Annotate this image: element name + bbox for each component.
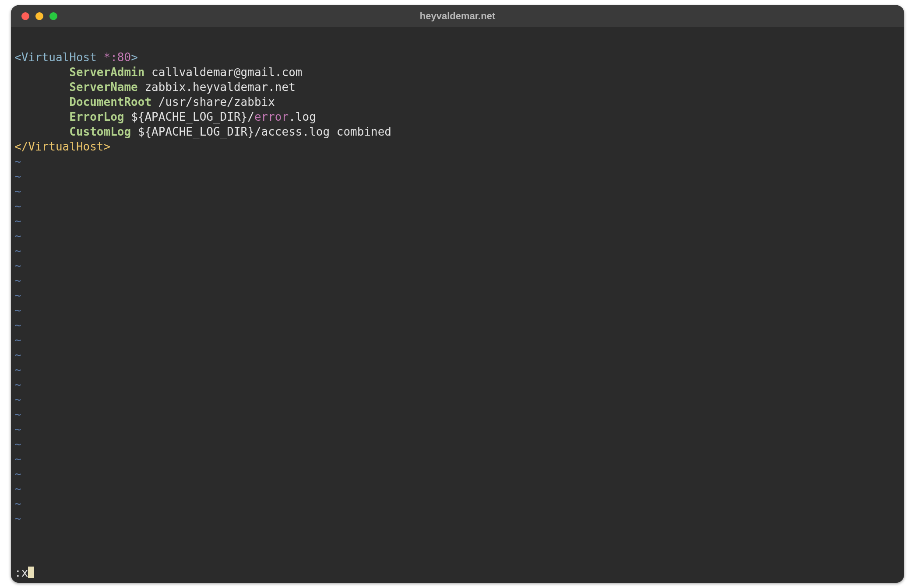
code-token: / <box>247 110 254 123</box>
maximize-icon[interactable] <box>49 12 57 20</box>
tilde-line: ~ <box>14 184 901 199</box>
tilde-line: ~ <box>14 258 901 273</box>
tilde-line: ~ <box>14 318 901 332</box>
tilde-line: ~ <box>14 481 901 496</box>
code-token: /access.log combined <box>254 125 391 138</box>
code-token <box>14 66 69 79</box>
tilde-line: ~ <box>14 154 901 169</box>
tilde-line: ~ <box>14 332 901 347</box>
code-token: .log <box>289 110 316 123</box>
editor-empty-lines: ~~~~~~~~~~~~~~~~~~~~~~~~~ <box>14 154 901 565</box>
code-token: > <box>131 51 138 64</box>
tilde-line: ~ <box>14 392 901 407</box>
code-token <box>14 110 69 123</box>
tilde-line: ~ <box>14 496 901 511</box>
tilde-line: ~ <box>14 347 901 362</box>
tilde-line: ~ <box>14 422 901 437</box>
code-token: error <box>254 110 289 123</box>
tilde-line: ~ <box>14 169 901 184</box>
tilde-line: ~ <box>14 511 901 526</box>
command-text: x <box>21 566 28 579</box>
terminal-body[interactable]: <VirtualHost *:80> ServerAdmin callvalde… <box>11 27 904 583</box>
code-token: zabbix.heyvaldemar.net <box>144 80 295 94</box>
close-icon[interactable] <box>21 12 29 20</box>
code-token <box>144 66 151 79</box>
code-token <box>97 51 104 64</box>
code-token: VirtualHost <box>21 51 97 64</box>
code-token <box>14 80 69 94</box>
code-token: *:80 <box>104 51 131 64</box>
code-token <box>124 110 131 123</box>
tilde-line: ~ <box>14 288 901 303</box>
tilde-line: ~ <box>14 452 901 466</box>
code-token: callvaldemar@gmail.com <box>151 66 302 79</box>
tilde-line: ~ <box>14 466 901 481</box>
tilde-line: ~ <box>14 407 901 422</box>
code-token <box>131 125 138 138</box>
tilde-line: ~ <box>14 214 901 228</box>
code-token: DocumentRoot <box>69 95 151 108</box>
terminal-window: heyvaldemar.net <VirtualHost *:80> Serve… <box>11 5 904 583</box>
code-token: ErrorLog <box>69 110 124 123</box>
code-token <box>14 95 69 108</box>
traffic-lights <box>21 12 57 20</box>
tilde-line: ~ <box>14 199 901 214</box>
code-token <box>138 80 145 94</box>
tilde-line: ~ <box>14 362 901 377</box>
code-token: ${APACHE_LOG_DIR} <box>138 125 254 138</box>
code-token: ${APACHE_LOG_DIR} <box>131 110 247 123</box>
code-token: ServerName <box>69 80 138 94</box>
tilde-line: ~ <box>14 303 901 318</box>
tilde-line: ~ <box>14 437 901 452</box>
minimize-icon[interactable] <box>35 12 43 20</box>
code-token: </VirtualHost> <box>14 140 110 153</box>
vim-command-line[interactable]: :x <box>14 565 901 583</box>
titlebar: heyvaldemar.net <box>11 5 904 27</box>
tilde-line: ~ <box>14 228 901 243</box>
code-token <box>14 125 69 138</box>
cursor-icon <box>28 567 34 578</box>
code-token: CustomLog <box>69 125 131 138</box>
editor-content[interactable]: <VirtualHost *:80> ServerAdmin callvalde… <box>14 35 901 154</box>
code-token: < <box>14 51 21 64</box>
code-token: /usr/share/zabbix <box>158 95 275 108</box>
tilde-line: ~ <box>14 243 901 258</box>
command-prefix: : <box>14 566 21 579</box>
code-token <box>151 95 158 108</box>
window-title: heyvaldemar.net <box>11 10 904 22</box>
code-token: ServerAdmin <box>69 66 144 79</box>
tilde-line: ~ <box>14 273 901 288</box>
tilde-line: ~ <box>14 377 901 392</box>
